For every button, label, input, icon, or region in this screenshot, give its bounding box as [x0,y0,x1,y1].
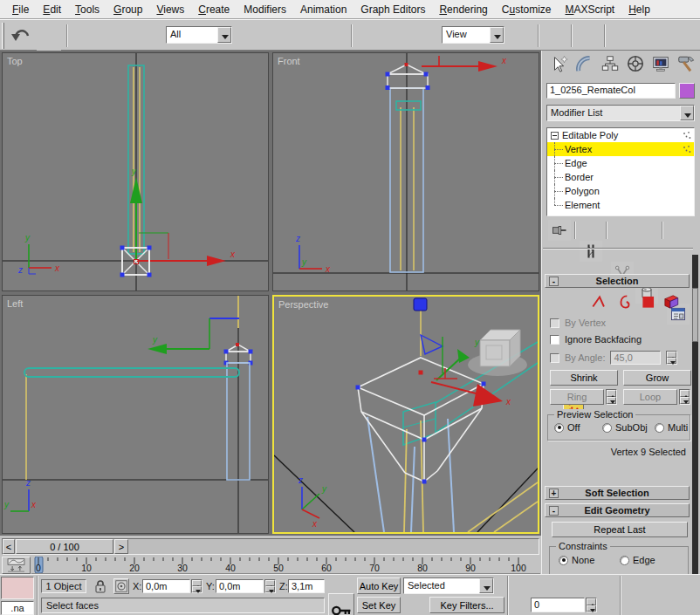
ring-spinner[interactable] [606,389,617,405]
menu-create[interactable]: Create [191,2,237,17]
maxscript-mini-listener[interactable] [1,577,34,599]
show-end-result-icon[interactable] [580,241,602,262]
shrink-button[interactable]: Shrink [550,370,618,386]
menu-rendering[interactable]: Rendering [432,2,494,17]
y-coordinate-field[interactable]: 0,0m [216,579,264,593]
viewport-perspective[interactable]: Perspective [272,295,539,534]
modifier-list-dropdown[interactable]: Modifier List [546,105,695,121]
modifier-stack-item-vertex[interactable]: Vertex [547,142,694,156]
menu-modifiers[interactable]: Modifiers [237,2,293,17]
menu-animation[interactable]: Animation [293,2,353,17]
motion-tab-icon[interactable] [623,52,648,75]
menu-help[interactable]: Help [621,2,657,17]
viewport-left-label[interactable]: Left [7,298,23,309]
preview-off-radio[interactable]: Off [554,422,580,433]
dropdown-arrow-icon[interactable] [490,27,504,43]
viewport-top-label[interactable]: Top [7,56,23,66]
viewport-front-label[interactable]: Front [278,56,300,66]
constraint-none-radio[interactable]: None [559,555,594,565]
key-filter-scope-dropdown[interactable]: Selected [403,577,494,594]
y-spinner[interactable] [264,579,276,593]
element-subobject-icon[interactable] [662,294,681,310]
svg-text:20: 20 [129,563,140,573]
menu-graph-editors[interactable]: Graph Editors [353,2,432,17]
soft-selection-rollout-header[interactable]: + Soft Selection [545,486,690,500]
repeat-last-button[interactable]: Repeat Last [552,522,688,537]
menu-maxscript[interactable]: MAXScript [559,2,622,17]
expand-icon[interactable]: + [549,489,559,498]
collapse-icon[interactable]: - [549,506,559,516]
preview-multi-radio[interactable]: Multi [655,422,688,433]
selection-lock-icon[interactable] [93,578,108,594]
edge-subobject-icon[interactable] [590,294,609,310]
modifier-stack-item-polygon[interactable]: Polygon [547,184,694,198]
by-vertex-row: By Vertex [550,318,606,328]
ignore-backfacing-checkbox[interactable] [550,335,559,345]
modifier-stack-item-border[interactable]: Border [547,170,694,184]
viewport-perspective-label[interactable]: Perspective [278,299,328,310]
selection-filter-dropdown[interactable]: All [166,26,232,44]
constraint-edge-radio[interactable]: Edge [620,555,655,565]
dropdown-arrow-icon[interactable] [479,578,493,593]
menu-file[interactable]: File [5,2,36,17]
scrollbar-thumb[interactable] [692,288,698,342]
border-subobject-icon[interactable] [614,294,634,310]
object-name-field[interactable]: 1_0256_RemateCol [546,83,676,99]
collapse-box-icon[interactable] [551,132,559,140]
edit-geometry-rollout-header[interactable]: - Edit Geometry [545,503,690,517]
loop-spinner[interactable] [679,389,690,405]
menu-edit[interactable]: Edit [36,2,68,17]
undo-icon[interactable] [9,23,33,47]
modify-tab-icon[interactable] [573,52,597,75]
absolute-mode-transform-icon[interactable] [113,578,129,594]
display-tab-icon[interactable] [649,52,673,75]
utilities-tab-icon[interactable] [674,52,698,75]
mini-curve-editor-icon[interactable] [2,557,31,574]
frame-spinner[interactable] [586,598,597,612]
reference-coordsys-dropdown[interactable]: View [442,26,504,44]
object-color-swatch[interactable] [679,83,695,99]
current-frame-field[interactable]: 0 [531,598,585,612]
menu-group[interactable]: Group [106,2,149,17]
x-spinner[interactable] [191,579,202,593]
ring-button[interactable]: Ring [550,389,604,405]
dropdown-arrow-icon[interactable] [680,106,694,120]
listener-text-field[interactable]: .na [1,601,34,615]
z-coordinate-field[interactable]: 3,1m [288,579,325,593]
by-angle-checkbox[interactable] [550,353,559,363]
preview-subobj-radio[interactable]: SubObj [602,422,648,433]
modifier-stack-root[interactable]: Editable Poly [547,128,694,142]
grow-button[interactable]: Grow [623,370,691,386]
menu-tools[interactable]: Tools [68,2,106,17]
loop-button[interactable]: Loop [623,389,677,405]
toolbar-grip[interactable] [2,23,4,49]
create-tab-icon[interactable] [547,52,572,75]
auto-key-button[interactable]: Auto Key [357,577,401,594]
dropdown-arrow-icon[interactable] [217,27,231,43]
svg-text:70: 70 [369,563,380,573]
pin-stack-icon[interactable] [548,220,571,241]
time-slider-handle[interactable]: 0 / 100 [16,539,113,554]
viewport-top[interactable]: Top x y y x [2,52,269,291]
modifier-stack-item-edge[interactable]: Edge [547,156,694,170]
by-angle-spinner[interactable] [666,351,677,365]
menu-views[interactable]: Views [149,2,191,17]
menu-customize[interactable]: Customize [495,2,559,17]
by-vertex-checkbox[interactable] [550,318,559,328]
selection-rollout-header[interactable]: - Selection [545,274,690,288]
set-key-button[interactable]: Set Key [357,597,401,613]
viewport-front[interactable]: Front x z x y [272,52,539,291]
time-slider-prev-button[interactable]: < [3,539,15,554]
track-bar-ruler[interactable]: 0102030405060708090100 [31,557,540,574]
by-angle-field[interactable]: 45,0 [610,351,661,365]
polygon-subobject-icon[interactable] [639,294,658,310]
time-slider-next-button[interactable]: > [114,539,128,554]
key-filters-button[interactable]: Key Filters... [429,597,504,613]
hierarchy-tab-icon[interactable] [598,52,622,75]
panel-scrollbar[interactable] [692,255,698,574]
set-keys-button[interactable] [328,593,354,615]
viewport-left[interactable]: Left y z y x [2,295,269,534]
modifier-stack-item-element[interactable]: Element [547,198,694,212]
x-coordinate-field[interactable]: 0,0m [142,579,190,593]
collapse-icon[interactable]: - [549,277,559,286]
